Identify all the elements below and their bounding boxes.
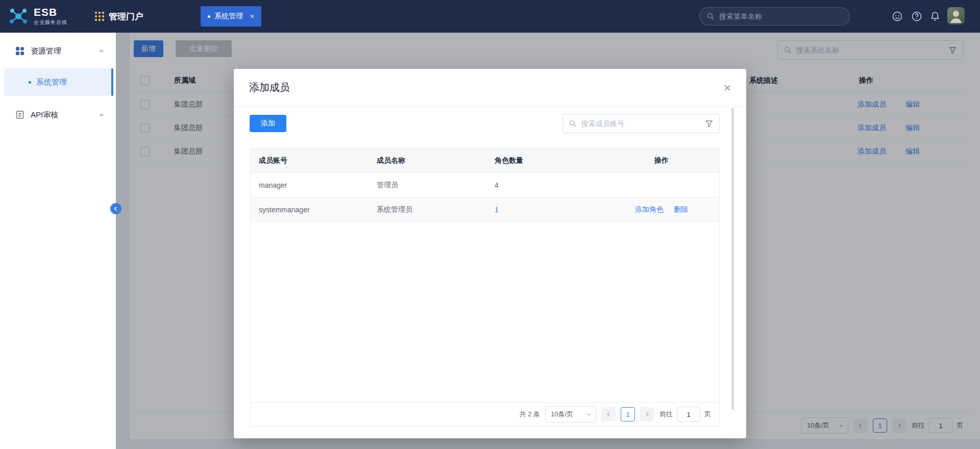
top-header: ESB 企业服务总线 管理门户 系统管理 × [0,0,980,33]
cell-account: manager [251,181,369,189]
dialog-title: 添加成员 [249,81,290,94]
menu-search[interactable] [699,7,850,26]
member-search-input[interactable] [580,119,701,128]
active-indicator [111,68,113,96]
page-size-value: 10条/页 [551,410,573,419]
column-actions: 操作 [604,156,719,165]
api-review-icon [15,110,24,119]
app-subtitle: 企业服务总线 [34,19,67,26]
total-count: 共 2 条 [520,410,540,419]
cell-actions: 添加角色 删除 [604,205,719,214]
assistant-icon[interactable] [890,9,904,23]
user-avatar[interactable] [947,7,965,24]
add-member-add-button[interactable]: 添加 [250,115,286,132]
esb-logo-icon [8,6,29,27]
page-suffix: 页 [704,410,711,419]
chevron-left-icon [605,411,611,417]
menu-search-input[interactable] [718,12,842,21]
column-role-count: 角色数量 [486,156,604,165]
chevron-left-icon [113,206,118,211]
resource-icon [15,46,24,56]
member-table: 成员账号 成员名称 角色数量 操作 manager 管理员 4 systemma… [250,148,720,427]
chevron-down-icon [586,412,592,417]
sidebar-group-api-review[interactable]: API审核 [0,103,116,127]
member-row: manager 管理员 4 [251,173,719,197]
filter-funnel-icon[interactable] [705,120,713,128]
cell-role-count: 4 [486,181,604,189]
goto-page: 前往 页 [659,407,711,422]
grid-icon [95,12,104,21]
search-icon [569,120,576,127]
help-icon[interactable] [910,9,924,23]
portal-label: 管理门户 [109,11,143,22]
active-bullet [29,81,31,84]
role-count-link[interactable]: 1 [495,206,499,214]
avatar-silhouette [947,7,965,24]
dialog-header: 添加成员 × [234,69,746,107]
table-empty-space [251,222,719,402]
chevron-up-icon [99,48,105,54]
prev-page-button[interactable] [601,407,616,421]
sidebar: 资源管理 系统管理 API审核 [0,33,116,449]
app-name: ESB [34,7,67,17]
screen: ESB 企业服务总线 管理门户 系统管理 × [0,0,980,449]
member-search[interactable] [562,114,720,133]
member-row: systemmanager 系统管理员 1 添加角色 删除 [251,197,719,222]
cell-name: 系统管理员 [369,205,486,214]
cell-role-count: 1 [486,206,604,214]
notifications-bell-icon[interactable] [928,9,942,23]
sidebar-collapse-button[interactable] [110,203,121,214]
dialog-close-icon[interactable]: × [724,82,731,94]
goto-page-input[interactable] [677,407,700,422]
member-table-header: 成员账号 成员名称 角色数量 操作 [251,148,719,173]
chevron-right-icon [644,411,650,417]
cell-name: 管理员 [369,181,486,190]
sidebar-item-system-management[interactable]: 系统管理 [4,68,113,96]
sidebar-resource-label: 资源管理 [31,46,92,56]
delete-link[interactable]: 删除 [674,205,688,214]
dialog-scrollbar[interactable] [731,108,734,410]
tab-label: 系统管理 [214,12,243,21]
search-icon [707,13,714,20]
app-logo-text: ESB 企业服务总线 [34,7,67,26]
goto-label: 前往 [659,410,673,419]
member-pagination: 共 2 条 10条/页 1 前往 页 [251,402,719,426]
sidebar-system-label: 系统管理 [36,78,67,87]
column-name: 成员名称 [369,156,486,165]
current-page-button[interactable]: 1 [621,407,635,421]
chevron-down-icon [99,112,105,118]
sidebar-group-resource-management[interactable]: 资源管理 [0,39,116,63]
app-logo: ESB 企业服务总线 [8,6,67,27]
tab-system-management[interactable]: 系统管理 × [201,6,261,27]
portal-menu[interactable]: 管理门户 [95,11,143,22]
column-account: 成员账号 [251,156,369,165]
page-size-select[interactable]: 10条/页 [545,406,596,422]
sidebar-api-label: API审核 [31,110,92,120]
add-role-link[interactable]: 添加角色 [635,205,664,214]
add-member-dialog: 添加成员 × 添加 成员账号 成员名称 角色数量 操作 manager [234,69,746,438]
cell-account: systemmanager [251,206,369,214]
next-page-button[interactable] [640,407,654,421]
tab-close-icon[interactable]: × [250,12,254,20]
tab-active-dot [208,15,210,18]
